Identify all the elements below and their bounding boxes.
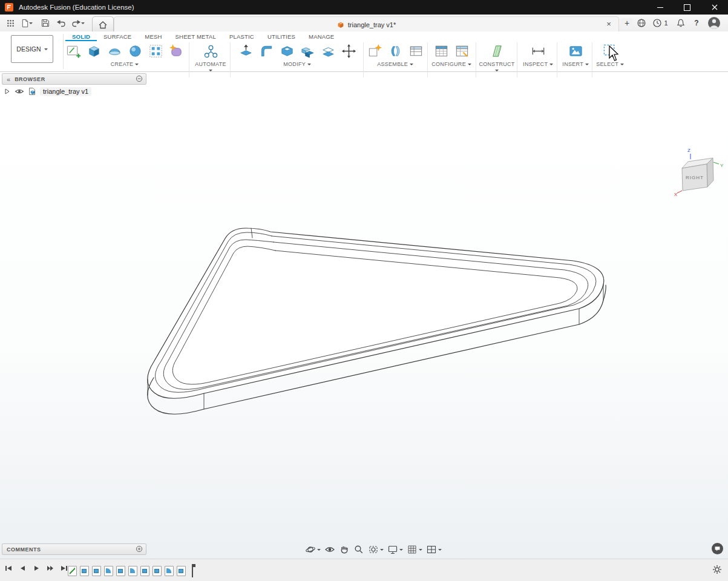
- browser-collapse-icon[interactable]: «: [7, 76, 10, 83]
- construct-menu-button[interactable]: CONSTRUCT: [478, 61, 516, 73]
- tab-manage[interactable]: MANAGE: [302, 31, 341, 41]
- construction-plane-icon[interactable]: [488, 42, 506, 60]
- visibility-eye-icon[interactable]: [15, 88, 24, 95]
- automate-menu-button[interactable]: AUTOMATE: [192, 61, 229, 73]
- sphere-primitive-icon[interactable]: [126, 42, 144, 60]
- online-status-button[interactable]: [636, 17, 647, 29]
- timeline-feature-extrude[interactable]: [152, 566, 162, 576]
- file-menu-button[interactable]: [19, 17, 34, 29]
- select-tool-icon[interactable]: [601, 42, 619, 60]
- combine-icon[interactable]: [298, 42, 316, 60]
- fit-button[interactable]: [368, 544, 384, 555]
- comments-panel-header[interactable]: COMMENTS: [2, 543, 146, 555]
- close-button[interactable]: [701, 0, 728, 15]
- browser-panel-header[interactable]: « BROWSER: [2, 73, 146, 85]
- orbit-button[interactable]: [305, 544, 321, 555]
- timeline-position-marker[interactable]: [192, 564, 193, 577]
- inspect-menu-button[interactable]: INSPECT: [519, 61, 557, 67]
- clock-icon: [652, 18, 662, 28]
- ribbon-group-assemble: ASSEMBLE: [364, 41, 426, 70]
- timeline-feature-sketch[interactable]: [68, 566, 77, 576]
- document-tab-close-button[interactable]: ×: [604, 19, 614, 30]
- create-caret-icon: [135, 64, 139, 65]
- measure-icon[interactable]: [529, 42, 547, 60]
- create-menu-button[interactable]: CREATE: [64, 61, 185, 67]
- press-pull-icon[interactable]: [237, 42, 255, 60]
- step-forward-button[interactable]: [45, 563, 55, 573]
- insert-canvas-icon[interactable]: [566, 42, 585, 60]
- modify-menu-button[interactable]: MODIFY: [232, 61, 362, 67]
- create-sketch-icon[interactable]: [64, 42, 82, 60]
- select-menu-button[interactable]: SELECT: [594, 61, 626, 67]
- insert-menu-button[interactable]: INSERT: [558, 61, 593, 67]
- timeline-feature-extrude[interactable]: [116, 566, 125, 576]
- timeline-feature-fillet[interactable]: [128, 566, 137, 576]
- undo-button[interactable]: [56, 17, 67, 29]
- grid-settings-button[interactable]: [407, 544, 422, 555]
- tab-utilities[interactable]: UTILITIES: [261, 31, 302, 41]
- user-avatar[interactable]: [708, 17, 720, 29]
- tab-solid[interactable]: SOLID: [65, 31, 97, 41]
- configure-menu-button[interactable]: CONFIGURE: [428, 61, 474, 67]
- home-tab[interactable]: [92, 16, 114, 32]
- minimize-button[interactable]: [646, 0, 674, 15]
- notifications-button[interactable]: [675, 17, 686, 29]
- shell-icon[interactable]: [278, 42, 296, 60]
- automate-icon[interactable]: [202, 42, 220, 60]
- viewports-button[interactable]: [426, 544, 442, 555]
- ribbon-group-automate: AUTOMATE: [192, 41, 229, 70]
- browser-header-label: BROWSER: [15, 76, 45, 82]
- help-button[interactable]: ?: [692, 17, 701, 29]
- extrude-icon[interactable]: [85, 42, 103, 60]
- browser-tree-row[interactable]: triangle_tray v1: [4, 85, 91, 97]
- configure-edit-icon[interactable]: [453, 42, 471, 60]
- fillet-icon[interactable]: [257, 42, 275, 60]
- timeline-feature-extrude[interactable]: [80, 566, 89, 576]
- timeline-feature-extrude[interactable]: [177, 566, 186, 576]
- timeline-feature-fillet[interactable]: [104, 566, 113, 576]
- look-at-button[interactable]: [324, 544, 335, 555]
- chat-bubble-icon: [714, 545, 721, 552]
- viewcube[interactable]: RIGHT Z Y X: [672, 145, 727, 199]
- skip-to-start-button[interactable]: [4, 563, 13, 573]
- bom-table-icon[interactable]: [407, 42, 425, 60]
- pan-button[interactable]: [339, 544, 350, 555]
- new-component-icon[interactable]: [366, 42, 384, 60]
- tab-surface[interactable]: SURFACE: [97, 31, 138, 41]
- timeline-feature-extrude[interactable]: [140, 566, 149, 576]
- new-tab-button[interactable]: +: [621, 18, 633, 29]
- play-button[interactable]: [31, 563, 41, 573]
- timeline-settings-gear-icon[interactable]: [712, 564, 723, 575]
- component-label[interactable]: triangle_tray v1: [40, 87, 91, 96]
- revolve-icon[interactable]: [105, 42, 123, 60]
- step-back-button[interactable]: [18, 563, 27, 573]
- browser-display-toggle-icon[interactable]: [136, 75, 143, 82]
- comments-toggle-icon[interactable]: [136, 545, 143, 553]
- redo-button[interactable]: [70, 17, 86, 29]
- joint-icon[interactable]: [386, 42, 404, 60]
- tree-expand-arrow-icon[interactable]: [4, 88, 11, 95]
- timeline-feature-fillet[interactable]: [165, 566, 174, 576]
- document-tab[interactable]: triangle_tray v1* ×: [114, 16, 619, 32]
- plastic-feature-icon[interactable]: [167, 42, 185, 60]
- zoom-button[interactable]: [353, 544, 364, 555]
- model-wireframe[interactable]: [0, 71, 728, 559]
- fusion-window: Autodesk Fusion (Education License): [0, 0, 728, 581]
- ribbon-tab-bar: SOLID SURFACE MESH SHEET METAL PLASTIC U…: [65, 31, 341, 41]
- feedback-bubble-button[interactable]: [712, 543, 723, 554]
- configuration-table-icon[interactable]: [432, 42, 450, 60]
- tab-sheet-metal[interactable]: SHEET METAL: [169, 31, 223, 41]
- pattern-icon[interactable]: [146, 42, 165, 60]
- move-icon[interactable]: [339, 42, 358, 60]
- save-button[interactable]: [40, 17, 51, 29]
- viewport-canvas[interactable]: « BROWSER triangle_tray v1 RIGHT Z Y X C…: [0, 71, 728, 559]
- assemble-menu-button[interactable]: ASSEMBLE: [364, 61, 426, 67]
- tab-mesh[interactable]: MESH: [138, 31, 168, 41]
- apps-grid-button[interactable]: [5, 17, 16, 29]
- timeline-feature-extrude[interactable]: [92, 566, 101, 576]
- job-status-button[interactable]: 1: [651, 17, 670, 29]
- tab-plastic[interactable]: PLASTIC: [223, 31, 261, 41]
- display-settings-button[interactable]: [387, 544, 403, 555]
- offset-face-icon[interactable]: [319, 42, 337, 60]
- maximize-button[interactable]: [674, 0, 701, 15]
